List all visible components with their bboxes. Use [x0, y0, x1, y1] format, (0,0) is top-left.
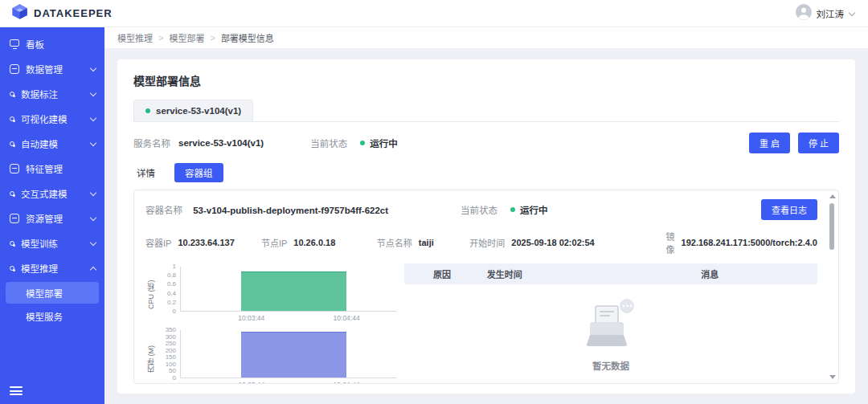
- sidebar-item-visual-modeling[interactable]: 可视化建模: [0, 106, 104, 131]
- tab-detail[interactable]: 详情: [135, 163, 157, 182]
- app-window: DATAKEEPER 刘江涛 看板 数据管理 数据标注: [0, 0, 868, 404]
- running-status-dot-icon: [510, 207, 515, 212]
- service-tab-strip: service-53-v104(v1): [133, 100, 839, 122]
- tab-container-group[interactable]: 容器组: [174, 163, 223, 182]
- container-name-value: 53-v104-publish-deployment-f9757b4ff-622…: [193, 206, 388, 215]
- container-ip-value: 10.233.64.137: [178, 238, 234, 247]
- brand-logo: DATAKEEPER: [11, 3, 113, 23]
- service-status-value: 运行中: [370, 137, 398, 149]
- sidebar-item-resource-management[interactable]: 资源管理: [0, 206, 104, 231]
- sidebar-item-data-annotation[interactable]: 数据标注: [0, 81, 104, 106]
- breadcrumb-separator: >: [210, 33, 215, 43]
- user-menu[interactable]: 刘江涛: [796, 4, 856, 23]
- data-management-icon: [10, 64, 19, 74]
- restart-button[interactable]: 重 启: [749, 133, 790, 153]
- sidebar-item-label: 模型训练: [21, 237, 58, 250]
- cpu-chart-x-axis: 10:03:4410:04:44: [180, 312, 396, 322]
- stop-button[interactable]: 停 止: [798, 133, 839, 153]
- sidebar-item-label: 数据标注: [21, 88, 58, 100]
- visual-modeling-icon: [10, 116, 14, 121]
- y-tick-label: 0: [173, 308, 176, 315]
- empty-state: 暂无数据: [404, 284, 817, 384]
- breadcrumb-current: 部署模型信息: [221, 31, 274, 44]
- feature-management-icon: [10, 164, 19, 173]
- column-header-occurred-time: 发生时间: [487, 267, 603, 280]
- service-name-value: service-53-v104(v1): [178, 138, 264, 148]
- sidebar-item-auto-modeling[interactable]: 自动建模: [0, 131, 104, 156]
- sidebar: 看板 数据管理 数据标注 可视化建模 自动建模: [0, 27, 104, 404]
- sidebar-item-label: 模型服务: [26, 310, 63, 323]
- user-name: 刘江涛: [817, 7, 845, 20]
- sidebar-item-label: 自动建模: [21, 137, 58, 150]
- chevron-down-icon: [90, 141, 96, 147]
- memory-chart-plot: [180, 330, 396, 378]
- events-table-header: 原因 发生时间 消息: [404, 263, 817, 284]
- collapse-sidebar-button[interactable]: [10, 386, 23, 396]
- breadcrumb-item[interactable]: 模型部署: [169, 31, 204, 44]
- y-tick-label: 1: [173, 263, 176, 270]
- page-title: 模型部署信息: [133, 72, 839, 88]
- no-data-illustration: [576, 298, 645, 353]
- node-ip-value: 10.26.0.18: [293, 238, 335, 247]
- memory-chart-y-axis: 350300250200150100500: [156, 327, 180, 382]
- top-bar: DATAKEEPER 刘江涛: [0, 0, 868, 27]
- main-area: 模型推理 > 模型部署 > 部署模型信息 模型部署信息 service-53-v…: [104, 27, 868, 404]
- chevron-down-icon: [90, 190, 96, 197]
- panel-scrollbar[interactable]: [827, 192, 837, 382]
- memory-usage-area: [241, 332, 346, 377]
- usage-charts: CPU (核) 10.80.60.40.20 10:03:4410:04:44: [145, 263, 396, 384]
- node-name-label: 节点名称: [377, 236, 412, 249]
- cpu-chart-y-axis: 10.80.60.40.20: [156, 263, 180, 315]
- chevron-down-icon: [849, 10, 855, 17]
- start-time-value: 2025-09-18 02:02:54: [511, 238, 594, 247]
- sidebar-item-model-inference[interactable]: 模型推理: [0, 255, 104, 280]
- service-status-dot-icon: [145, 108, 150, 113]
- service-tab-label: service-53-v104(v1): [156, 106, 241, 116]
- sidebar-item-feature-management[interactable]: 特征管理: [0, 156, 104, 181]
- sidebar-item-model-training[interactable]: 模型训练: [0, 231, 104, 255]
- auto-modeling-icon: [10, 141, 14, 146]
- resource-management-icon: [10, 214, 19, 223]
- sidebar-item-model-deployment[interactable]: 模型部署: [6, 282, 99, 304]
- sidebar-item-label: 资源管理: [26, 212, 63, 225]
- sidebar-item-dashboard[interactable]: 看板: [0, 31, 104, 56]
- sidebar-item-label: 数据管理: [26, 63, 63, 75]
- memory-axis-title: 内存 (M): [145, 330, 156, 384]
- model-training-icon: [10, 241, 14, 246]
- cpu-axis-title: CPU (核): [145, 267, 156, 322]
- data-annotation-icon: [10, 92, 14, 96]
- scroll-up-arrow-icon[interactable]: [829, 194, 836, 198]
- user-avatar: [796, 4, 812, 23]
- column-header-reason: 原因: [404, 267, 487, 280]
- container-name-label: 容器名称: [145, 206, 182, 215]
- scrollbar-thumb[interactable]: [829, 203, 834, 250]
- view-logs-button[interactable]: 查看日志: [761, 199, 817, 220]
- chevron-down-icon: [90, 215, 96, 222]
- model-inference-icon: [10, 266, 14, 271]
- tab-service-53-v104[interactable]: service-53-v104(v1): [133, 100, 253, 121]
- interactive-modeling-icon: [10, 191, 14, 196]
- chevron-down-icon: [90, 116, 96, 122]
- running-status-dot-icon: [360, 141, 365, 145]
- container-meta-row: 容器IP 10.233.64.137 节点IP 10.26.0.18 节点名称 …: [145, 230, 817, 255]
- datakeeper-cube-icon: [11, 3, 28, 23]
- brand-name: DATAKEEPER: [34, 7, 113, 19]
- sidebar-item-label: 模型推理: [21, 262, 58, 275]
- sidebar-item-label: 交互式建模: [21, 187, 68, 200]
- x-tick-label: 10:03:44: [238, 381, 264, 384]
- image-label: 镜像: [666, 230, 675, 255]
- scroll-down-arrow-icon[interactable]: [829, 375, 836, 379]
- detail-tabs: 详情 容器组: [135, 163, 839, 182]
- y-tick-label: 0.4: [167, 291, 176, 297]
- sidebar-item-model-service[interactable]: 模型服务: [0, 305, 104, 328]
- no-data-text: 暂无数据: [592, 359, 629, 372]
- memory-usage-chart: 内存 (M) 350300250200150100500 10:03:4410:…: [145, 330, 396, 384]
- sidebar-item-interactive-modeling[interactable]: 交互式建模: [0, 181, 104, 206]
- chevron-down-icon: [90, 240, 96, 247]
- x-tick-label: 10:04:44: [334, 381, 360, 384]
- dashboard-icon: [10, 39, 19, 47]
- breadcrumb-item[interactable]: 模型推理: [117, 31, 153, 44]
- y-tick-label: 350: [166, 327, 176, 333]
- deployment-info-card: 模型部署信息 service-53-v104(v1) 服务名称 service-…: [117, 59, 855, 394]
- sidebar-item-data-management[interactable]: 数据管理: [0, 56, 104, 81]
